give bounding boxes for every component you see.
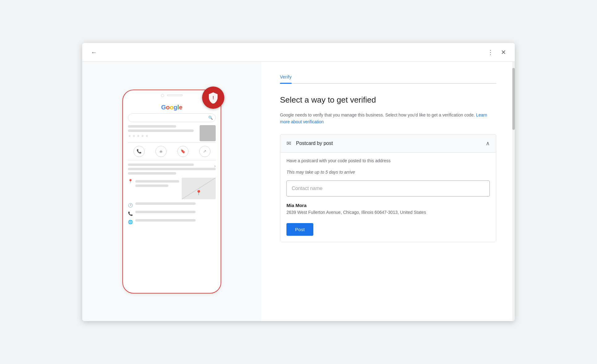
phone-lines — [135, 211, 216, 215]
map-decoration — [182, 178, 216, 199]
postcard-label: Postcard by post — [296, 141, 486, 146]
star: ★ — [141, 134, 144, 138]
left-panel: ! Google — [82, 62, 261, 321]
skeleton — [135, 202, 196, 205]
skeleton — [135, 219, 196, 222]
phone-wrapper: ! Google — [122, 90, 221, 294]
phone-frame: Google 🔍 — [122, 90, 221, 294]
phone-camera — [161, 94, 164, 97]
svg-rect-2 — [206, 134, 209, 138]
svg-line-4 — [182, 178, 216, 199]
stars-row: ★ ★ ★ ★ ★ — [128, 134, 197, 138]
skeleton — [128, 125, 176, 128]
web-row: 🌐 — [128, 219, 216, 224]
dialog: ← ⋮ ✕ ! — [82, 43, 515, 321]
call-icon: 📞 — [133, 146, 145, 157]
description-body: Google needs to verify that you manage t… — [280, 112, 475, 117]
star: ★ — [145, 134, 149, 138]
address-name: Mia Mora — [286, 203, 490, 208]
mail-icon: ✉ — [286, 140, 291, 147]
close-button[interactable]: ✕ — [498, 46, 509, 58]
content-area: ! Google — [82, 62, 515, 321]
google-logo: Google — [128, 104, 216, 111]
phone-icon: 📞 — [128, 211, 133, 216]
search-icon: 🔍 — [208, 116, 213, 120]
header-left: ← — [88, 46, 100, 58]
dialog-header: ← ⋮ ✕ — [82, 43, 515, 62]
location-icon: 📍 — [128, 178, 133, 199]
star: ★ — [137, 134, 140, 138]
skeleton — [135, 211, 196, 213]
web-lines — [135, 219, 216, 223]
result-section: ★ ★ ★ ★ ★ — [128, 125, 216, 142]
page-title: Select a way to get verified — [280, 95, 496, 105]
star: ★ — [132, 134, 136, 138]
svg-text:!: ! — [213, 95, 214, 100]
map-placeholder: 📍 — [182, 178, 216, 199]
hours-lines — [135, 202, 216, 207]
clock-icon: 🕐 — [128, 203, 133, 208]
postcard-option-header[interactable]: ✉ Postcard by post ∧ — [280, 134, 496, 152]
chevron-right-icon: › — [214, 163, 216, 168]
more-button[interactable]: ⋮ — [485, 46, 496, 58]
share-icon: ↗ — [199, 146, 210, 157]
phone-speaker — [167, 95, 183, 96]
directions-icon: ◈ — [155, 146, 167, 157]
address-section: Mia Mora 2639 West Fullerton Avenue, Chi… — [286, 203, 490, 216]
save-icon: 🔖 — [177, 146, 188, 157]
chevron-up-icon: ∧ — [486, 140, 490, 147]
store-svg — [203, 128, 213, 138]
postcard-option-card: ✉ Postcard by post ∧ Have a postcard wit… — [280, 134, 496, 242]
skeleton — [128, 168, 216, 170]
header-right: ⋮ ✕ — [485, 46, 509, 58]
skeleton — [128, 129, 194, 132]
skeleton — [128, 172, 176, 175]
back-button[interactable]: ← — [88, 46, 100, 58]
skeleton — [135, 180, 179, 183]
address-text: 2639 West Fullerton Avenue, Chicago, Ill… — [286, 209, 490, 216]
tab-bar: Verify — [280, 74, 496, 84]
scrollbar-track — [512, 62, 515, 321]
star: ★ — [128, 134, 131, 138]
action-icons: 📞 ◈ 🔖 ↗ — [128, 142, 216, 160]
shield-icon: ! — [208, 92, 218, 104]
search-bar: 🔍 — [128, 113, 216, 122]
right-panel: Verify Select a way to get verified Goog… — [261, 62, 515, 321]
web-icon: 🌐 — [128, 220, 133, 224]
shield-badge: ! — [202, 87, 224, 109]
description-text: Google needs to verify that you manage t… — [280, 112, 496, 125]
map-section: 📍 📍 — [128, 178, 216, 199]
scrollbar-thumb[interactable] — [512, 68, 515, 130]
phone-row: 📞 — [128, 211, 216, 216]
post-button[interactable]: Post — [286, 223, 313, 236]
svg-rect-3 — [204, 134, 206, 136]
contact-name-input[interactable] — [286, 180, 490, 197]
postcard-option-body: Have a postcard with your code posted to… — [280, 152, 496, 242]
postcard-desc-line2: This may take up to 5 days to arrive — [286, 164, 490, 176]
tab-verify[interactable]: Verify — [280, 74, 292, 83]
skeleton — [135, 184, 168, 187]
info-section: › — [128, 163, 216, 175]
hours-row: 🕐 — [128, 202, 216, 208]
phone-content: Google 🔍 — [123, 101, 221, 231]
postcard-desc-line1: Have a postcard with your code posted to… — [286, 153, 490, 164]
map-lines — [135, 178, 179, 199]
store-icon — [200, 125, 216, 141]
skeleton — [128, 163, 194, 166]
